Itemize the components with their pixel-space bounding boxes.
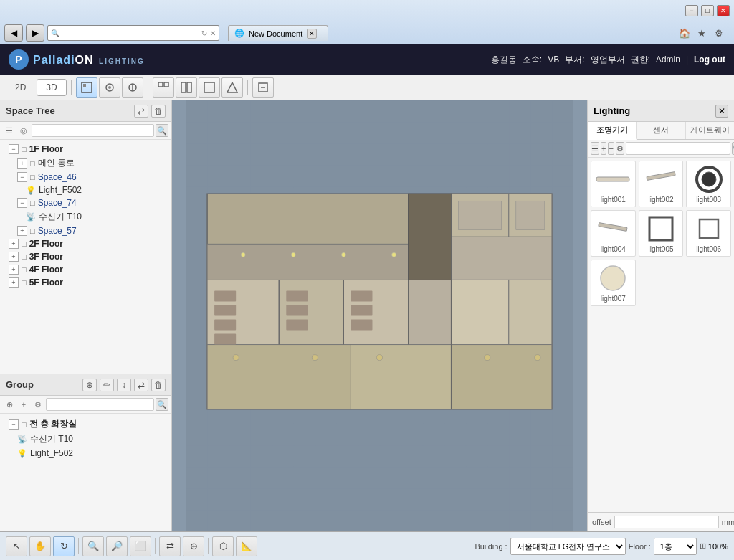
tree-sensor-t10[interactable]: 📡 수신기 T10 [0, 209, 171, 224]
tree-expand-5f[interactable]: + [9, 277, 19, 288]
space-tree-delete-icon[interactable]: 🗑 [151, 105, 166, 118]
space-tree-share-icon[interactable]: ⇄ [134, 105, 148, 118]
group-add-btn[interactable]: ⊕ [3, 398, 16, 411]
rotate-tool-button[interactable] [99, 77, 120, 98]
minimize-button[interactable]: − [685, 5, 698, 16]
measure-btn[interactable]: 📐 [236, 536, 257, 556]
star-icon[interactable]: ★ [695, 27, 708, 39]
light-item-006[interactable]: light006 [686, 210, 731, 257]
view-button-2[interactable] [176, 77, 197, 98]
lighting-close-button[interactable]: ✕ [715, 105, 728, 118]
tree-list-icon[interactable]: ☰ [3, 124, 16, 137]
lighting-tab-gateway[interactable]: 게이트웨이 [686, 122, 734, 139]
logout-button[interactable]: Log out [694, 54, 725, 65]
group-move-icon[interactable]: ↕ [117, 379, 131, 391]
tree-3f-floor[interactable]: + □ 3F Floor [0, 250, 171, 263]
light-item-004[interactable]: light004 [591, 210, 636, 257]
tree-expand-1f[interactable]: − [9, 144, 19, 154]
3d-btn[interactable]: ⬡ [212, 536, 234, 556]
light-item-001[interactable]: light001 [591, 161, 636, 207]
light-item-003[interactable]: light003 [686, 161, 731, 207]
tree-2f-floor[interactable]: + □ 2F Floor [0, 237, 171, 250]
offset-input[interactable] [614, 516, 719, 528]
zoom-out-btn[interactable]: 🔎 [106, 536, 128, 556]
group-edit-icon[interactable]: ✏ [100, 379, 114, 391]
pan-tool-btn[interactable]: ✋ [29, 536, 51, 556]
view-button-1[interactable] [153, 77, 174, 98]
select-tool-button[interactable] [76, 77, 97, 98]
light-item-002[interactable]: light002 [639, 161, 684, 207]
tree-5f-floor[interactable]: + □ 5F Floor [0, 276, 171, 289]
tab-3d[interactable]: 3D [37, 79, 66, 96]
tree-space46[interactable]: − □ Space_46 [0, 171, 171, 184]
svg-point-54 [392, 252, 396, 257]
group-search-button[interactable]: 🔍 [156, 398, 168, 411]
browser-titlebar: − □ ✕ [0, 0, 734, 22]
group-share-icon[interactable]: ⇄ [134, 379, 148, 391]
lt-remove-btn[interactable]: − [608, 142, 614, 155]
tree-expand-space46[interactable]: − [17, 172, 27, 182]
tree-1f-floor[interactable]: − □ 1F Floor [0, 143, 171, 156]
rotate-tool-btn[interactable]: ↻ [53, 536, 75, 556]
light-item-005[interactable]: light005 [639, 210, 684, 257]
tree-space57[interactable]: + □ Space_57 [0, 224, 171, 237]
maximize-button[interactable]: □ [701, 5, 714, 16]
tree-expand-space57[interactable]: + [17, 226, 27, 236]
tree-expand-4f[interactable]: + [9, 265, 19, 275]
tree-4f-floor[interactable]: + □ 4F Floor [0, 263, 171, 276]
settings-icon[interactable]: ⚙ [712, 27, 725, 39]
back-button[interactable]: ◀ [4, 24, 23, 42]
lighting-tab-sensor[interactable]: 센서 [637, 122, 685, 139]
address-input[interactable] [62, 29, 199, 37]
frame-btn[interactable]: ⬜ [130, 536, 151, 556]
tree-expand-3f[interactable]: + [9, 252, 19, 262]
home-icon[interactable]: 🏠 [678, 27, 691, 39]
group-light-icon: 💡 [17, 449, 27, 458]
zoom-in-btn[interactable]: 🔍 [82, 536, 104, 556]
export-button[interactable] [252, 77, 274, 98]
tree-expand-corridor[interactable]: + [17, 158, 27, 169]
tab-close-button[interactable]: ✕ [307, 29, 317, 39]
group-plus-btn[interactable]: + [17, 398, 30, 411]
space-tree-search-input[interactable] [32, 124, 154, 137]
tree-expand-space74[interactable]: − [17, 198, 27, 208]
group-light-f502[interactable]: 💡 Light_F502 [0, 447, 171, 460]
building-select[interactable]: 서울대학교 LG전자 연구소 [510, 538, 626, 555]
lt-list-btn[interactable]: ☰ [591, 142, 599, 155]
lt-add-btn[interactable]: + [601, 142, 606, 155]
tree-light-f502-label: Light_F502 [39, 185, 82, 195]
lighting-search-input[interactable] [626, 142, 730, 155]
tree-search-mode-icon[interactable]: ◎ [17, 124, 30, 137]
group-bathroom[interactable]: − □ 전 층 화장실 [0, 417, 171, 432]
view-button-3[interactable] [199, 77, 220, 98]
close-button[interactable]: ✕ [717, 5, 730, 16]
move-btn[interactable]: ⇄ [159, 536, 181, 556]
lighting-tab-device[interactable]: 조명기기 [588, 122, 637, 140]
tree-main-corridor[interactable]: + □ 메인 통로 [0, 156, 171, 171]
svg-rect-39 [351, 290, 372, 301]
lt-settings-btn[interactable]: ⚙ [616, 142, 624, 155]
group-settings-btn[interactable]: ⚙ [32, 398, 44, 411]
floor-select[interactable]: 1층 [654, 538, 697, 555]
tree-expand-2f[interactable]: + [9, 239, 19, 249]
group-delete-icon[interactable]: 🗑 [151, 379, 166, 391]
group-add-icon[interactable]: ⊕ [82, 379, 97, 391]
tree-space74[interactable]: − □ Space_74 [0, 196, 171, 209]
tab-2d[interactable]: 2D [6, 79, 35, 96]
browser-tab[interactable]: 🌐 New Document ✕ [228, 25, 328, 41]
status-bar: ↖ ✋ ↻ 🔍 🔎 ⬜ ⇄ ⊕ ⬡ 📐 Building : 서울대학교 LG전… [0, 531, 734, 560]
tree-light-f502[interactable]: 💡 Light_F502 [0, 184, 171, 196]
canvas-area[interactable] [172, 100, 587, 531]
forward-button[interactable]: ▶ [26, 24, 44, 42]
group-search-input[interactable] [46, 398, 154, 411]
cursor-tool-btn[interactable]: ↖ [6, 536, 27, 556]
light-thumb-007 [594, 263, 631, 293]
space-tree-search-button[interactable]: 🔍 [156, 124, 168, 137]
move-tool-button[interactable] [122, 77, 143, 98]
group-expand-bathroom[interactable]: − [9, 419, 19, 430]
light-item-007[interactable]: light007 [591, 260, 636, 306]
view-button-4[interactable] [221, 77, 243, 98]
group-sensor-t10[interactable]: 📡 수신기 T10 [0, 432, 171, 447]
snap-btn[interactable]: ⊕ [183, 536, 204, 556]
light-thumb-006 [690, 214, 728, 244]
